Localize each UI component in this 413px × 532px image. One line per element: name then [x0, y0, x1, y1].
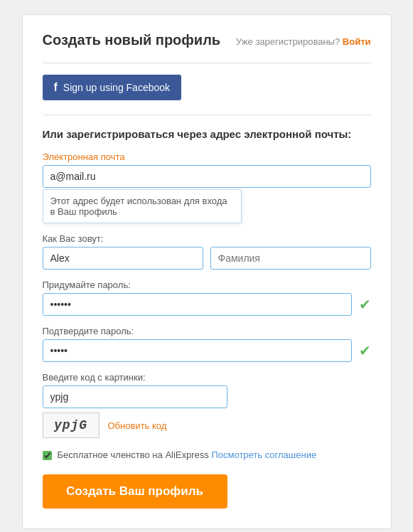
captcha-field-group: Введите код с картинки: ypjG Обновить ко… — [43, 372, 371, 438]
captcha-image: ypjG — [43, 413, 100, 438]
section-divider — [43, 115, 371, 115]
email-field-group: Электронная почта Этот адрес будет испол… — [43, 151, 371, 223]
agreement-link[interactable]: Посмотреть соглашение — [211, 449, 316, 460]
email-input[interactable] — [43, 165, 371, 188]
email-section-label: Или зарегистрироваться через адрес элект… — [43, 128, 371, 140]
confirm-password-input-row: ✔ — [43, 339, 371, 362]
page-title: Создать новый профиль — [43, 32, 221, 48]
password-field-group: Придумайте пароль: ✔ — [43, 280, 371, 316]
confirm-password-field-group: Подтвердите пароль: ✔ — [43, 326, 371, 362]
already-registered-text: Уже зарегистрированы? Войти — [236, 36, 370, 47]
card-header: Создать новый профиль Уже зарегистрирова… — [43, 32, 371, 48]
refresh-captcha-link[interactable]: Обновить код — [108, 420, 167, 431]
last-name-input[interactable] — [210, 247, 371, 270]
agreement-row: Бесплатное членство на AliExpress Посмот… — [43, 449, 371, 460]
agreement-checkbox[interactable] — [43, 451, 52, 460]
name-field-group: Как Вас зовут: — [43, 233, 371, 270]
confirm-password-input[interactable] — [43, 339, 352, 362]
header-divider — [43, 63, 371, 63]
facebook-button-label: Sign up using Facebook — [63, 82, 170, 93]
password-input-row: ✔ — [43, 293, 371, 316]
password-label: Придумайте пароль: — [43, 280, 371, 290]
facebook-signup-button[interactable]: f Sign up using Facebook — [43, 75, 182, 100]
email-label: Электронная почта — [43, 151, 371, 162]
name-label: Как Вас зовут: — [43, 233, 371, 244]
submit-button[interactable]: Создать Ваш профиль — [43, 474, 227, 509]
login-link[interactable]: Войти — [343, 36, 371, 47]
first-name-input[interactable] — [43, 247, 203, 270]
confirm-password-check-icon: ✔ — [359, 342, 371, 359]
captcha-label: Введите код с картинки: — [43, 372, 371, 383]
password-input[interactable] — [43, 293, 352, 316]
captcha-input[interactable] — [43, 385, 227, 408]
email-tooltip: Этот адрес будет использован для входа в… — [43, 189, 242, 223]
password-check-icon: ✔ — [359, 296, 371, 313]
registration-card: Создать новый профиль Уже зарегистрирова… — [22, 14, 392, 529]
name-row — [43, 247, 371, 270]
facebook-icon: f — [54, 81, 58, 94]
confirm-password-label: Подтвердите пароль: — [43, 326, 371, 336]
captcha-row: ypjG Обновить код — [43, 413, 371, 438]
agreement-text: Бесплатное членство на AliExpress Посмот… — [58, 449, 317, 460]
